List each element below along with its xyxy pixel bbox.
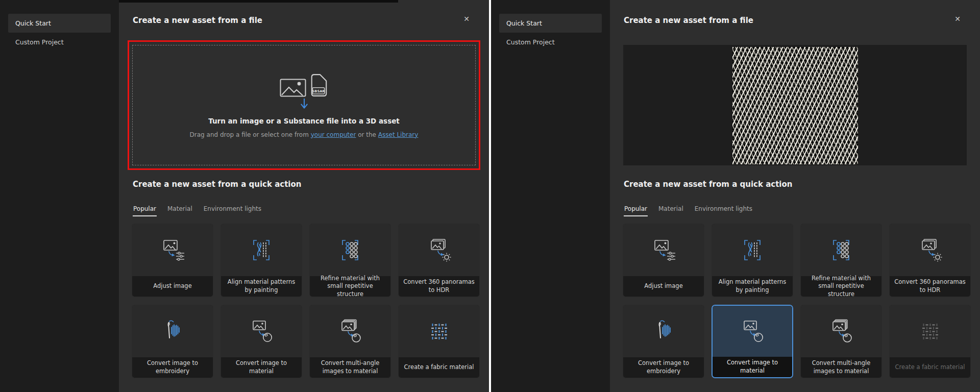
close-icon[interactable]: ✕	[952, 13, 963, 24]
tile-label: Convert image to embroidery	[132, 357, 213, 378]
tile-label: Convert multi-angle images to material	[801, 357, 881, 378]
sbsar-file-icon: SBSAR	[309, 74, 328, 97]
file-dropzone-highlight: SBSAR Turn an image or a Substance file …	[128, 40, 480, 170]
multi-angle-icon	[310, 305, 390, 357]
tab-material[interactable]: Material	[658, 204, 684, 216]
tile-fabric-material[interactable]: Create a fabric material	[398, 305, 480, 378]
close-icon[interactable]: ✕	[461, 13, 472, 24]
quick-action-grid: Adjust image Align material patterns by …	[623, 224, 971, 378]
dialog-main: Create a new asset from a file ✕ SBSAR	[119, 0, 489, 392]
dialog-sidebar: Quick Start Custom Project	[491, 0, 610, 392]
dropzone-headline: Turn an image or a Substance file into a…	[208, 117, 400, 125]
embroidery-icon	[132, 305, 213, 357]
tile-multi-angle[interactable]: Convert multi-angle images to material	[800, 305, 882, 378]
image-to-material-icon	[221, 305, 302, 357]
image-icon	[280, 79, 306, 97]
tile-label: Create a fabric material	[890, 357, 970, 378]
tile-label: Adjust image	[132, 276, 213, 297]
tile-label: Align material patterns by painting	[221, 276, 302, 297]
arrow-down-icon	[300, 99, 308, 109]
tile-panorama-hdr[interactable]: Convert 360 panoramas to HDR	[889, 224, 971, 297]
hint-text: Drag and drop a file or select one from	[190, 131, 311, 138]
dropzone-icon-group: SBSAR	[280, 72, 328, 97]
file-dropzone[interactable]: SBSAR Turn an image or a Substance file …	[132, 45, 476, 165]
sidebar-item-label: Quick Start	[506, 19, 542, 27]
dialog-main: Create a new asset from a file ✕ Create …	[610, 0, 980, 392]
quick-action-title: Create a new asset from a quick action	[624, 180, 792, 189]
fabric-texture-preview	[732, 47, 858, 164]
tile-embroidery[interactable]: Convert image to embroidery	[623, 305, 704, 378]
refine-structure-icon	[310, 224, 390, 276]
tile-label: Convert image to material	[713, 357, 792, 377]
svg-text:SBSAR: SBSAR	[312, 89, 325, 93]
refine-structure-icon	[801, 224, 881, 276]
panorama-hdr-icon	[890, 224, 970, 276]
your-computer-link[interactable]: your computer	[311, 131, 356, 138]
tile-multi-angle[interactable]: Convert multi-angle images to material	[309, 305, 391, 378]
fabric-material-icon	[890, 305, 970, 357]
file-dropzone[interactable]	[623, 45, 967, 165]
tile-label: Refine material with small repetitive st…	[801, 276, 881, 297]
align-patterns-icon	[712, 224, 793, 276]
tile-label: Create a fabric material	[399, 357, 479, 378]
tile-align-patterns[interactable]: Align material patterns by painting	[712, 224, 793, 297]
sidebar-item-label: Custom Project	[506, 38, 555, 46]
tile-image-to-material[interactable]: Convert image to material	[220, 305, 302, 378]
embroidery-icon	[623, 305, 704, 357]
tile-align-patterns[interactable]: Align material patterns by painting	[220, 224, 302, 297]
adjust-image-icon	[623, 224, 704, 276]
tile-embroidery[interactable]: Convert image to embroidery	[132, 305, 213, 378]
tile-label: Convert 360 panoramas to HDR	[890, 276, 970, 297]
tile-label: Refine material with small repetitive st…	[310, 276, 390, 297]
sidebar-item-quick-start[interactable]: Quick Start	[8, 14, 111, 33]
tab-popular[interactable]: Popular	[133, 204, 157, 216]
fabric-material-icon	[399, 305, 479, 357]
tile-adjust-image[interactable]: Adjust image	[132, 224, 213, 297]
sidebar-item-custom-project[interactable]: Custom Project	[8, 33, 111, 52]
file-section-title: Create a new asset from a file	[133, 16, 262, 25]
panorama-hdr-icon	[399, 224, 479, 276]
tile-label: Adjust image	[623, 276, 704, 297]
quick-action-tabs: Popular Material Environment lights	[133, 204, 262, 216]
tile-refine-structure[interactable]: Refine material with small repetitive st…	[309, 224, 391, 297]
tile-label: Align material patterns by painting	[712, 276, 793, 297]
file-dropzone-frame	[619, 40, 971, 170]
quick-action-grid: Adjust image Align material patterns by …	[132, 224, 480, 378]
sidebar-item-quick-start[interactable]: Quick Start	[499, 14, 602, 33]
tab-environment-lights[interactable]: Environment lights	[203, 204, 262, 216]
quickstart-dialog-before: Quick Start Custom Project Create a new …	[0, 0, 489, 392]
hint-text: or the	[356, 131, 378, 138]
dialog-sidebar: Quick Start Custom Project	[0, 0, 119, 392]
tile-adjust-image[interactable]: Adjust image	[623, 224, 704, 297]
tile-panorama-hdr[interactable]: Convert 360 panoramas to HDR	[398, 224, 480, 297]
tab-popular[interactable]: Popular	[624, 204, 648, 216]
adjust-image-icon	[132, 224, 213, 276]
sidebar-item-label: Quick Start	[15, 19, 51, 27]
image-to-material-icon	[713, 306, 792, 357]
quick-action-title: Create a new asset from a quick action	[133, 180, 301, 189]
quickstart-dialog-after: Quick Start Custom Project Create a new …	[491, 0, 980, 392]
multi-angle-icon	[801, 305, 881, 357]
file-section-title: Create a new asset from a file	[624, 16, 753, 25]
tile-image-to-material-selected[interactable]: Convert image to material	[712, 305, 793, 378]
tab-material[interactable]: Material	[167, 204, 193, 216]
tile-fabric-material-disabled: Create a fabric material	[889, 305, 971, 378]
tile-label: Convert image to material	[221, 357, 302, 378]
sidebar-item-custom-project[interactable]: Custom Project	[499, 33, 602, 52]
tile-refine-structure[interactable]: Refine material with small repetitive st…	[800, 224, 882, 297]
quick-action-tabs: Popular Material Environment lights	[624, 204, 753, 216]
dropzone-hint: Drag and drop a file or select one from …	[190, 131, 419, 138]
align-patterns-icon	[221, 224, 302, 276]
tab-environment-lights[interactable]: Environment lights	[694, 204, 753, 216]
tile-label: Convert multi-angle images to material	[310, 357, 390, 378]
tile-label: Convert image to embroidery	[623, 357, 704, 378]
tile-label: Convert 360 panoramas to HDR	[399, 276, 479, 297]
asset-library-link[interactable]: Asset Library	[378, 131, 419, 138]
sidebar-item-label: Custom Project	[15, 38, 64, 46]
